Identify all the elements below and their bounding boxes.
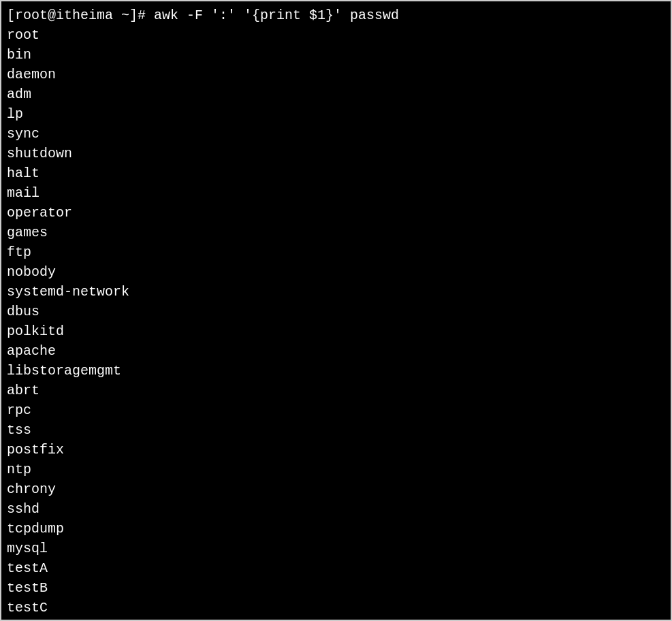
output-line: root xyxy=(7,25,665,45)
output-line: halt xyxy=(7,163,665,183)
output-line: chrony xyxy=(7,479,665,499)
output-line: ftp xyxy=(7,242,665,262)
output-area: rootbindaemonadmlpsyncshutdownhaltmailop… xyxy=(7,25,665,621)
output-line: operator xyxy=(7,203,665,223)
output-line: testC xyxy=(7,598,665,618)
output-line: games xyxy=(7,223,665,242)
output-line: mysql xyxy=(7,539,665,558)
output-line: lp xyxy=(7,104,665,124)
command-line: [root@itheima ~]# awk -F ':' '{print $1}… xyxy=(7,5,665,25)
terminal-window[interactable]: [root@itheima ~]# awk -F ':' '{print $1}… xyxy=(0,0,672,621)
output-line: postfix xyxy=(7,440,665,460)
output-line: systemd-network xyxy=(7,282,665,302)
output-line: libstoragemgmt xyxy=(7,361,665,381)
output-line: tcpdump xyxy=(7,519,665,539)
output-line: sshd xyxy=(7,499,665,519)
output-line: mail xyxy=(7,183,665,203)
output-line: rpc xyxy=(7,400,665,420)
output-line: polkitd xyxy=(7,321,665,341)
output-line: tss xyxy=(7,420,665,440)
output-line: ntp xyxy=(7,460,665,479)
output-line: adm xyxy=(7,84,665,104)
output-line: apache xyxy=(7,341,665,361)
output-line: dbus xyxy=(7,302,665,321)
output-line: testA xyxy=(7,558,665,578)
output-line: sync xyxy=(7,124,665,144)
output-line: bin xyxy=(7,45,665,65)
output-line: shutdown xyxy=(7,144,665,163)
output-line: nobody xyxy=(7,262,665,282)
output-line: daemon xyxy=(7,65,665,84)
output-line: userB xyxy=(7,618,665,621)
output-line: abrt xyxy=(7,381,665,400)
output-line: testB xyxy=(7,578,665,598)
